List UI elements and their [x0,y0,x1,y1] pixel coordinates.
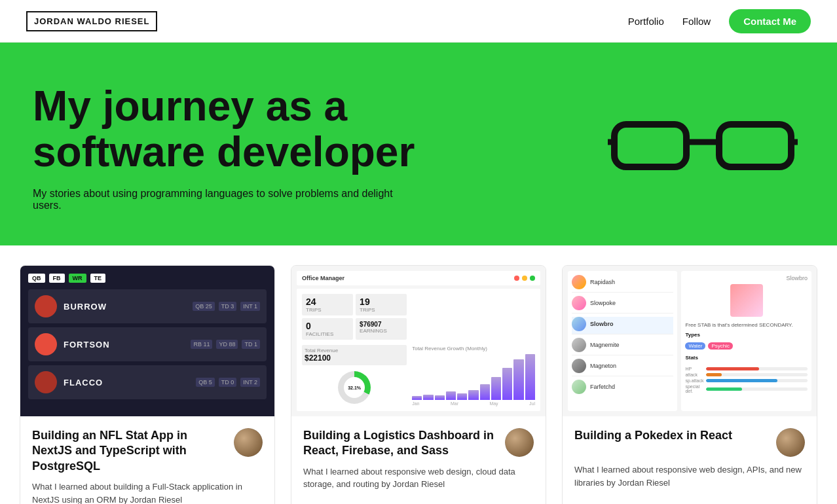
card-thumbnail-logistics: Office Manager 24 TRIPS 19 [291,266,546,416]
card-pokedex[interactable]: Rapidash Slowpoke Slowbro Magnemite Magn… [562,265,817,504]
card-desc-pokedex: What I learned about responsive web desi… [574,463,805,489]
portfolio-link[interactable]: Portfolio [628,16,664,27]
card-thumbnail-pokedex: Rapidash Slowpoke Slowbro Magnemite Magn… [563,266,817,416]
card-desc-nfl: What I learned about building a Full-Sta… [32,480,263,504]
hero-subtitle: My stories about using programming langu… [33,188,413,211]
card-title-logistics: Building a Logistics Dashboard in React,… [303,428,497,459]
card-thumbnail-nfl: QB FB WR TE BURROW QB 25 TD 3 INT 1 FORT… [20,266,274,416]
card-body-nfl: Building an NFL Stat App in NextJS and T… [20,416,274,504]
svg-rect-0 [614,124,686,167]
card-body-logistics: Building a Logistics Dashboard in React,… [291,416,546,504]
nav-links: Portfolio Follow Contact Me [628,9,811,33]
cards-grid: QB FB WR TE BURROW QB 25 TD 3 INT 1 FORT… [0,245,837,504]
hero-section: My journey as a software developer My st… [0,43,837,245]
card-logistics[interactable]: Office Manager 24 TRIPS 19 [291,265,546,504]
svg-rect-1 [719,124,791,167]
hero-title: My journey as a software developer [33,83,426,175]
card-desc-logistics: What I learned about responsive web desi… [303,465,534,491]
glasses-illustration [608,111,798,177]
contact-button[interactable]: Contact Me [729,9,811,33]
author-avatar-logistics [505,428,534,457]
card-body-pokedex: Building a Pokedex in React What I learn… [563,416,817,504]
author-avatar-nfl [234,428,263,457]
navbar: JORDAN WALDO RIESEL Portfolio Follow Con… [0,0,837,43]
card-nfl[interactable]: QB FB WR TE BURROW QB 25 TD 3 INT 1 FORT… [20,265,275,504]
site-logo[interactable]: JORDAN WALDO RIESEL [26,11,157,31]
card-title-pokedex: Building a Pokedex in React [574,428,768,443]
author-avatar-pokedex [776,428,805,457]
card-title-nfl: Building an NFL Stat App in NextJS and T… [32,428,226,474]
follow-link[interactable]: Follow [682,16,711,27]
